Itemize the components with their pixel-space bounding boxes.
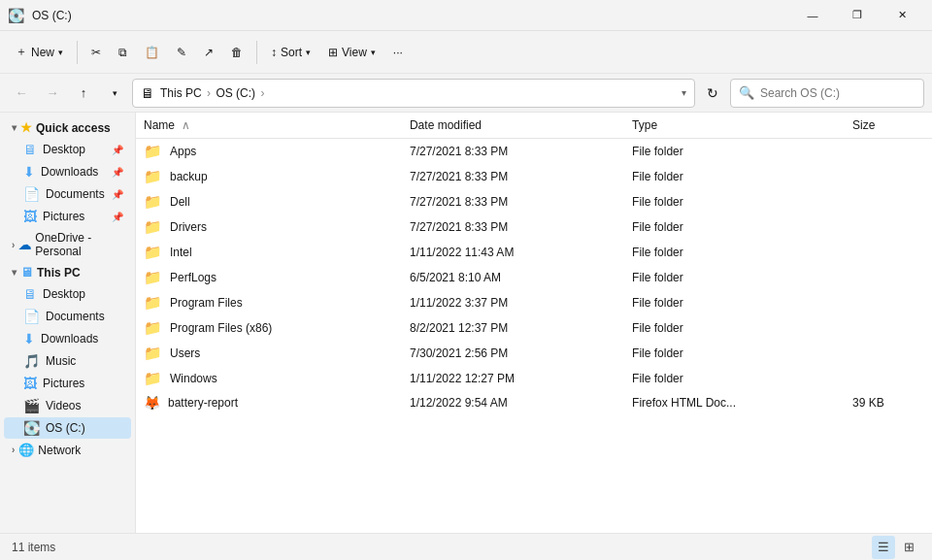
address-path: This PC › OS (C:) › [160,86,676,100]
drive-icon: 💽 [23,420,40,436]
table-row[interactable]: 🦊 battery-report 1/12/2022 9:54 AM Firef… [136,391,932,414]
sidebar-item-label: Videos [46,399,81,412]
back-button[interactable]: ← [8,80,35,107]
folder-icon: 📁 [144,168,162,185]
folder-icon: 📁 [144,269,162,286]
videos-icon: 🎬 [23,398,40,413]
sidebar-item-label: Pictures [43,377,84,390]
table-row[interactable]: 📁 backup 7/27/2021 8:33 PM File folder [136,164,932,189]
paste-button[interactable]: 📋 [137,36,167,69]
window-title: OS (C:) [32,9,72,22]
file-size [845,265,932,290]
up-button[interactable]: ↑ [70,80,97,107]
sidebar-item-os-drive[interactable]: 💽 OS (C:) [4,417,131,439]
cut-button[interactable]: ✂ [83,36,109,69]
view-chevron-icon: ▾ [371,48,376,57]
address-bar-row: ← → ↑ ▾ 🖥 This PC › OS (C:) › ▾ ↻ 🔍 [0,74,932,113]
sidebar-section-network[interactable]: › 🌐 Network [4,440,131,460]
folder-icon: 📁 [144,370,162,387]
sidebar-item-pictures-quick[interactable]: 🖼 Pictures 📌 [4,206,131,227]
sidebar-item-label: Documents [46,187,105,201]
sidebar-item-label: OS (C:) [46,421,85,435]
table-row[interactable]: 📁 Windows 1/11/2022 12:27 PM File folder [136,366,932,391]
rename-button[interactable]: ✎ [169,36,194,69]
downloads-folder-icon: ⬇ [23,331,35,346]
maximize-button[interactable]: ❐ [835,0,880,31]
status-bar: 11 items ☰ ⊞ [0,533,932,560]
column-size[interactable]: Size [845,113,932,139]
sidebar-item-desktop-quick[interactable]: 🖥 Desktop 📌 [4,139,131,160]
sidebar-item-documents[interactable]: 📄 Documents [4,306,131,327]
table-row[interactable]: 📁 Users 7/30/2021 2:56 PM File folder [136,341,932,366]
more-button[interactable]: ··· [385,36,411,69]
file-date-modified: 7/27/2021 8:33 PM [402,189,624,214]
sidebar-item-label: Documents [46,310,105,323]
file-date-modified: 1/11/2022 11:43 AM [402,240,624,265]
table-row[interactable]: 📁 PerfLogs 6/5/2021 8:10 AM File folder [136,265,932,290]
sidebar-section-this-pc[interactable]: ▾ 🖥 This PC [4,262,131,282]
onedrive-chevron-icon: › [12,240,15,250]
address-bar[interactable]: 🖥 This PC › OS (C:) › ▾ [132,79,695,108]
new-button[interactable]: ＋ New ▾ [8,36,71,69]
sidebar-item-label: Music [46,354,76,368]
table-row[interactable]: 📁 Program Files 1/11/2022 3:37 PM File f… [136,290,932,315]
table-row[interactable]: 📁 Program Files (x86) 8/2/2021 12:37 PM … [136,315,932,341]
table-row[interactable]: 📁 Apps 7/27/2021 8:33 PM File folder [136,139,932,165]
share-button[interactable]: ↗ [196,36,221,69]
path-drive[interactable]: OS (C:) [216,86,255,100]
pin-icon: 📌 [112,167,123,178]
sidebar-item-downloads-quick[interactable]: ⬇ Downloads 📌 [4,161,131,182]
search-bar[interactable]: 🔍 [730,79,924,108]
minimize-button[interactable]: — [790,0,835,31]
copy-button[interactable]: ⧉ [111,36,135,69]
sidebar-item-downloads[interactable]: ⬇ Downloads [4,328,131,349]
file-name: Program Files [170,296,243,310]
documents-folder-icon: 📄 [23,309,40,324]
sidebar-item-documents-quick[interactable]: 📄 Documents 📌 [4,183,131,205]
sidebar: ▾ ★ Quick access 🖥 Desktop 📌 ⬇ Downloads… [0,113,136,533]
music-icon: 🎵 [23,353,40,369]
delete-button[interactable]: 🗑 [223,36,250,69]
column-name[interactable]: Name ∧ [136,113,402,139]
table-row[interactable]: 📁 Dell 7/27/2021 8:33 PM File folder [136,189,932,214]
address-dropdown-icon[interactable]: ▾ [682,87,686,98]
rename-icon: ✎ [177,46,186,59]
table-row[interactable]: 📁 Intel 1/11/2022 11:43 AM File folder [136,240,932,265]
file-name-cell: 📁 Intel [136,240,402,265]
list-view-button[interactable]: ☰ [872,536,895,559]
sidebar-section-quick-access[interactable]: ▾ ★ Quick access [4,117,131,138]
file-date-modified: 7/27/2021 8:33 PM [402,164,624,189]
file-name: Program Files (x86) [170,321,272,335]
sidebar-item-desktop[interactable]: 🖥 Desktop [4,283,131,305]
file-name-cell: 📁 Drivers [136,214,402,240]
sidebar-item-videos[interactable]: 🎬 Videos [4,395,131,416]
table-row[interactable]: 📁 Drivers 7/27/2021 8:33 PM File folder [136,214,932,240]
grid-view-button[interactable]: ⊞ [897,536,920,559]
table-header-row: Name ∧ Date modified Type Size [136,113,932,139]
file-size [845,290,932,315]
path-this-pc[interactable]: This PC [160,86,202,100]
file-date-modified: 7/30/2021 2:56 PM [402,341,624,366]
forward-button[interactable]: → [39,80,66,107]
file-date-modified: 6/5/2021 8:10 AM [402,265,624,290]
recent-locations-button[interactable]: ▾ [101,80,128,107]
quick-access-star-icon: ★ [20,120,32,135]
documents-icon: 📄 [23,186,40,202]
folder-icon: 📁 [144,143,162,160]
quick-access-label: Quick access [36,121,111,135]
file-table: Name ∧ Date modified Type Size [136,113,932,414]
sort-button[interactable]: ↕ Sort ▾ [263,36,318,69]
this-pc-label: This PC [37,266,81,280]
sidebar-section-onedrive[interactable]: › ☁ OneDrive - Personal [4,228,131,261]
close-button[interactable]: ✕ [880,0,924,31]
file-size [845,164,932,189]
view-button[interactable]: ⊞ View ▾ [320,36,383,69]
column-type[interactable]: Type [624,113,845,139]
sidebar-item-pictures[interactable]: 🖼 Pictures [4,373,131,394]
new-chevron-icon: ▾ [58,48,63,57]
column-date-modified[interactable]: Date modified [402,113,624,139]
address-bar-pc-icon: 🖥 [141,85,154,101]
search-input[interactable] [760,86,915,100]
refresh-button[interactable]: ↻ [699,80,726,107]
sidebar-item-music[interactable]: 🎵 Music [4,350,131,372]
